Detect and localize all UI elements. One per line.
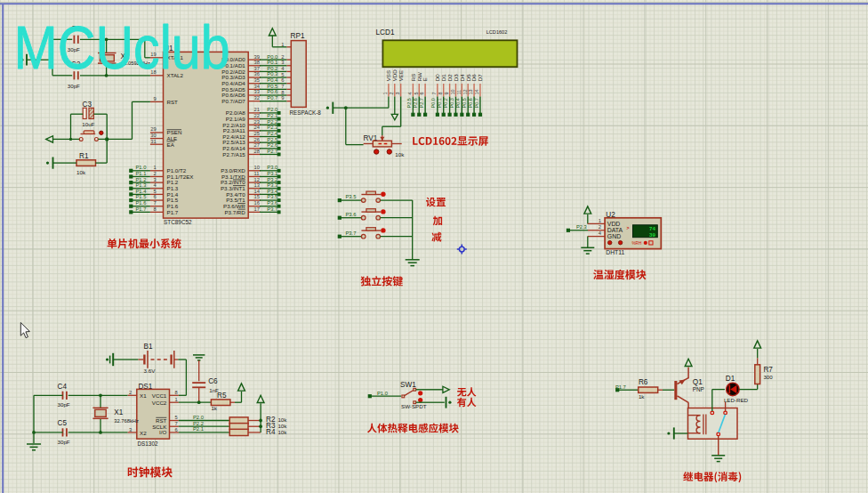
svg-text:P2.7/A15: P2.7/A15 — [222, 151, 245, 158]
svg-text:12: 12 — [254, 177, 260, 182]
svg-text:2: 2 — [129, 390, 132, 395]
svg-text:C3: C3 — [83, 101, 92, 109]
svg-text:P0.4: P0.4 — [267, 77, 278, 83]
svg-text:P3.1: P3.1 — [267, 171, 277, 176]
svg-text:6: 6 — [175, 427, 178, 432]
svg-text:39: 39 — [254, 54, 260, 60]
svg-text:B1: B1 — [144, 343, 153, 351]
svg-text:10: 10 — [254, 165, 260, 170]
svg-text:P0.7/AD7: P0.7/AD7 — [221, 98, 245, 104]
svg-text:30pF: 30pF — [58, 401, 70, 408]
svg-text:31: 31 — [150, 139, 156, 144]
svg-text:P0.5: P0.5 — [462, 98, 467, 108]
svg-text:7: 7 — [431, 93, 437, 95]
svg-text:GND: GND — [607, 233, 621, 239]
svg-text:P1.7: P1.7 — [615, 384, 626, 390]
svg-text:17: 17 — [254, 206, 260, 212]
svg-text:7: 7 — [154, 200, 157, 206]
svg-text:13: 13 — [254, 182, 260, 188]
svg-text:DHT11: DHT11 — [606, 249, 624, 255]
svg-text:P0.7: P0.7 — [267, 95, 277, 101]
svg-text:X1: X1 — [114, 408, 123, 416]
svg-text:10: 10 — [450, 89, 455, 94]
svg-text:P1.3: P1.3 — [136, 182, 147, 188]
svg-text:VCC1: VCC1 — [152, 392, 167, 399]
svg-text:8: 8 — [281, 90, 284, 95]
svg-text:5: 5 — [175, 415, 178, 420]
svg-text:SW-SPDT: SW-SPDT — [401, 403, 427, 409]
svg-text:P2.0: P2.0 — [193, 415, 204, 420]
svg-text:P2.4: P2.4 — [267, 131, 278, 136]
svg-text:P0.6: P0.6 — [468, 98, 473, 108]
svg-text:P0.1: P0.1 — [267, 60, 277, 65]
svg-text:P3.0: P3.0 — [267, 165, 277, 170]
svg-text:300: 300 — [763, 374, 773, 380]
svg-text:P3.5: P3.5 — [346, 194, 357, 199]
svg-text:P3.7/RD: P3.7/RD — [224, 209, 245, 215]
svg-text:6: 6 — [419, 93, 424, 95]
svg-text:RESPACK-8: RESPACK-8 — [290, 109, 322, 116]
svg-text:12: 12 — [462, 89, 468, 94]
svg-text:P1.0: P1.0 — [377, 391, 388, 396]
svg-text:10k: 10k — [76, 169, 86, 175]
svg-text:1: 1 — [175, 397, 178, 402]
svg-text:1k: 1k — [639, 393, 645, 400]
svg-text:P2.1: P2.1 — [267, 113, 277, 118]
svg-text:39: 39 — [649, 231, 655, 238]
svg-text:P2.5: P2.5 — [406, 98, 412, 108]
svg-text:DS1302: DS1302 — [137, 440, 158, 447]
svg-text:P1.2: P1.2 — [136, 177, 147, 182]
svg-text:37: 37 — [254, 66, 260, 71]
svg-text:1k: 1k — [211, 405, 217, 411]
svg-text:10k: 10k — [395, 151, 405, 158]
svg-text:LCD1: LCD1 — [376, 28, 395, 36]
svg-text:P2.6: P2.6 — [413, 98, 418, 108]
svg-text:P2.3: P2.3 — [576, 224, 587, 230]
svg-text:P0.1: P0.1 — [437, 98, 442, 108]
svg-text:1: 1 — [382, 93, 388, 95]
svg-text:P0.0: P0.0 — [267, 54, 277, 60]
svg-text:6: 6 — [281, 77, 284, 83]
svg-text:P1.6: P1.6 — [136, 200, 147, 206]
svg-text:13: 13 — [468, 89, 473, 94]
svg-text:VCC2: VCC2 — [152, 400, 167, 406]
svg-text:VEE: VEE — [398, 70, 404, 81]
svg-text:P2.3: P2.3 — [267, 125, 277, 130]
svg-text:EA: EA — [167, 141, 175, 148]
svg-text:R5: R5 — [217, 392, 227, 400]
svg-text:P0.3: P0.3 — [267, 71, 277, 77]
svg-text:P2.6: P2.6 — [267, 142, 277, 148]
svg-text:P0.7: P0.7 — [474, 98, 479, 108]
svg-text:3: 3 — [281, 60, 284, 65]
svg-text:P2.1: P2.1 — [193, 426, 204, 432]
svg-text:MCUclub: MCUclub — [14, 13, 230, 81]
svg-text:D1: D1 — [726, 375, 735, 383]
svg-text:8: 8 — [154, 206, 157, 212]
svg-text:P1.7: P1.7 — [167, 209, 179, 215]
svg-text:E: E — [422, 77, 428, 81]
svg-text:R7: R7 — [763, 366, 773, 374]
svg-text:30pF: 30pF — [68, 83, 80, 89]
svg-text:3.6V: 3.6V — [144, 368, 157, 374]
svg-text:RST: RST — [167, 99, 179, 105]
svg-text:28: 28 — [254, 149, 260, 154]
svg-text:32.768kHz: 32.768kHz — [114, 418, 139, 424]
svg-text:3: 3 — [129, 427, 132, 432]
svg-text:VDD: VDD — [607, 221, 621, 227]
svg-text:30: 30 — [150, 133, 156, 138]
svg-text:34: 34 — [254, 84, 261, 89]
svg-text:>: > — [627, 225, 630, 230]
svg-text:P3.3: P3.3 — [267, 182, 277, 188]
svg-text:9: 9 — [444, 93, 449, 95]
svg-text:24: 24 — [254, 125, 261, 130]
svg-text:P2.7: P2.7 — [419, 98, 424, 108]
svg-text:27: 27 — [254, 142, 260, 148]
svg-text:P0.2: P0.2 — [443, 98, 448, 108]
svg-text:LCD1602: LCD1602 — [486, 29, 508, 35]
svg-text:22: 22 — [254, 113, 260, 118]
svg-text:P2.2: P2.2 — [267, 119, 277, 125]
svg-text:STC89C52: STC89C52 — [164, 219, 192, 225]
svg-text:P2.7: P2.7 — [267, 149, 277, 154]
svg-text:2: 2 — [599, 224, 601, 230]
svg-text:R4: R4 — [266, 428, 276, 436]
